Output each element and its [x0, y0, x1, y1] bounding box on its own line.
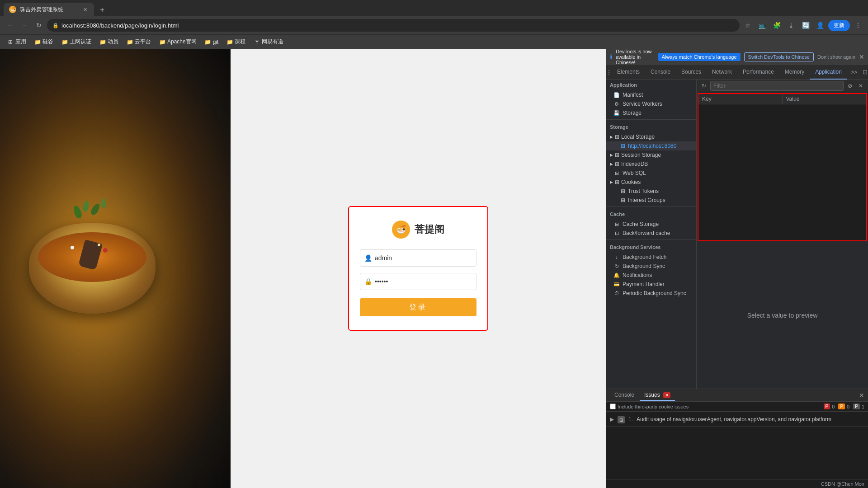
sidebar-periodic-background-sync[interactable]: ⏱ Periodic Background Sync: [606, 289, 696, 298]
new-tab-button[interactable]: +: [96, 4, 108, 16]
filter-bar: ↻ ⊘ ✕: [697, 80, 868, 92]
sidebar-local-storage-header[interactable]: ▶ ⊞ Local Storage: [606, 132, 696, 141]
match-language-button[interactable]: Always match Chrome's language: [658, 53, 741, 61]
sidebar-cache-storage[interactable]: ⊞ Cache Storage: [606, 220, 696, 229]
value-column-header: Value: [783, 94, 867, 104]
logo-icon: 🍜: [392, 221, 410, 239]
sidebar-storage[interactable]: 💾 Storage: [606, 108, 696, 117]
update-button[interactable]: 更新: [828, 20, 850, 31]
browser-tab[interactable]: 🍜 珠吉外卖管理系统 ✕: [4, 3, 94, 16]
bookmark-guigu[interactable]: 📁 硅谷: [31, 36, 57, 47]
sidebar-background-fetch[interactable]: ↓ Background Fetch: [606, 253, 696, 262]
folder-icon-3: 📁: [99, 39, 106, 45]
tab-memory[interactable]: Memory: [779, 65, 810, 80]
tab-close-button[interactable]: ✕: [81, 6, 89, 13]
address-bar[interactable]: 🔒 localhost:8080/backend/page/login/logi…: [47, 19, 740, 32]
bookmark-dongyuan[interactable]: 📁 动员: [96, 36, 122, 47]
bookmark-apache[interactable]: 📁 Apache官网: [156, 36, 200, 47]
third-party-cookie-checkbox-label[interactable]: Include third-party cookie issues: [610, 404, 689, 409]
bookmark-youdao[interactable]: Y 网易有道: [250, 36, 287, 47]
sidebar-toggle-button[interactable]: ⊡: [861, 68, 868, 77]
logo-text: 菩提阁: [415, 223, 444, 236]
devtools-panel: ℹ DevTools is now available in Chinese! …: [606, 49, 868, 488]
bottom-panel-close-button[interactable]: ✕: [859, 392, 864, 399]
notification-text: DevTools is now available in Chinese!: [616, 49, 655, 65]
password-input[interactable]: [360, 273, 476, 290]
bookmark-yunplatform[interactable]: 📁 云平台: [123, 36, 155, 47]
screen-cast-button[interactable]: 📺: [756, 19, 769, 32]
sidebar-back-forward-cache[interactable]: ⊡ Back/forward cache: [606, 229, 696, 238]
bookmark-button[interactable]: ☆: [741, 19, 754, 32]
bookmark-apps[interactable]: ⊞ 应用: [4, 36, 30, 47]
bottom-tab-issues[interactable]: Issues ✕: [640, 390, 675, 401]
sidebar-trust-tokens[interactable]: ⊞ Trust Tokens: [606, 187, 696, 196]
bottom-tab-console[interactable]: Console: [610, 390, 639, 401]
issues-list: ▶ ⊡ 1. Audit usage of navigator.userAgen…: [606, 412, 868, 479]
login-button[interactable]: 登录: [360, 298, 476, 316]
bookmark-course[interactable]: 📁 课程: [223, 36, 249, 47]
folder-icon: 📁: [34, 39, 41, 45]
sidebar-indexeddb-header[interactable]: ▶ ⊞ IndexedDB: [606, 160, 696, 169]
p0-badge: P: [824, 404, 830, 409]
tab-elements[interactable]: Elements: [612, 65, 645, 80]
extension-button[interactable]: 🧩: [770, 19, 783, 32]
sidebar-interest-groups[interactable]: ⊞ Interest Groups: [606, 196, 696, 205]
reload-button[interactable]: ↻: [33, 19, 45, 32]
download-button[interactable]: ⤓: [785, 19, 797, 32]
application-section-header: Application: [606, 80, 696, 90]
sidebar-background-sync[interactable]: ↻ Background Sync: [606, 262, 696, 271]
sidebar-cookies-header[interactable]: ▶ ⊞ Cookies: [606, 178, 696, 187]
url-display: localhost:8080/backend/page/login/login.…: [61, 22, 734, 29]
tab-network[interactable]: Network: [707, 65, 737, 80]
folder-icon-4: 📁: [127, 39, 133, 45]
sidebar-localhost-8080[interactable]: ⊞ http://localhost:8080: [606, 141, 696, 150]
back-button[interactable]: ←: [4, 19, 16, 32]
devtools-tabs: ⋮ Elements Console Sources Network Perfo…: [606, 65, 868, 80]
expand-arrow-indexeddb: ▶: [610, 162, 613, 166]
dont-show-again-button[interactable]: Don't show again: [817, 54, 855, 60]
devtools-sidebar: Application 📄 Manifest ⚙ Service Workers…: [606, 80, 697, 389]
tab-sources[interactable]: Sources: [676, 65, 707, 80]
notifications-icon: 🔔: [613, 272, 620, 278]
sidebar-payment-handler[interactable]: 💳 Payment Handler: [606, 280, 696, 289]
key-column-header: Key: [698, 94, 783, 104]
refresh-button[interactable]: ↻: [699, 81, 708, 90]
session-storage-icon: ⊞: [615, 152, 619, 158]
sidebar-notifications[interactable]: 🔔 Notifications: [606, 271, 696, 280]
sidebar-manifest[interactable]: 📄 Manifest: [606, 90, 696, 99]
issue-number: 1.: [628, 416, 633, 422]
login-logo-area: 🍜 菩提阁: [360, 221, 476, 239]
filter-clear-button[interactable]: ⊘: [845, 81, 854, 90]
folder-icon-2: 📁: [61, 39, 68, 45]
youdao-icon: Y: [254, 39, 260, 45]
storage-icon: 💾: [613, 110, 620, 116]
tab-favicon: 🍜: [9, 6, 16, 13]
devtools-notification-bar: ℹ DevTools is now available in Chinese! …: [606, 49, 868, 65]
menu-button[interactable]: ⋮: [852, 19, 864, 32]
devtools-menu-icon[interactable]: ⋮: [606, 67, 612, 78]
tab-application[interactable]: Application: [810, 65, 847, 80]
notification-close-button[interactable]: ✕: [859, 53, 864, 61]
forward-button[interactable]: →: [18, 19, 31, 32]
filter-input[interactable]: [710, 81, 844, 91]
expand-arrow-session: ▶: [610, 153, 613, 157]
storage-section-header: Storage: [606, 122, 696, 132]
sidebar-web-sql[interactable]: ⊞ Web SQL: [606, 169, 696, 178]
profile-button[interactable]: 👤: [814, 19, 826, 32]
tab-performance[interactable]: Performance: [737, 65, 779, 80]
switch-language-button[interactable]: Switch DevTools to Chinese: [744, 52, 814, 61]
third-party-cookie-checkbox[interactable]: [610, 404, 616, 409]
tab-console[interactable]: Console: [645, 65, 676, 80]
p1-badge: P: [838, 404, 845, 409]
sidebar-service-workers[interactable]: ⚙ Service Workers: [606, 99, 696, 108]
sidebar-session-storage-header[interactable]: ▶ ⊞ Session Storage: [606, 150, 696, 160]
username-input[interactable]: [360, 249, 476, 267]
bookmark-git[interactable]: 📁 git: [201, 37, 222, 47]
more-tabs-button[interactable]: >>: [847, 69, 861, 75]
filter-delete-button[interactable]: ✕: [856, 81, 865, 90]
info-icon: ℹ: [610, 53, 612, 61]
bottom-tab-bar: Console Issues ✕ ✕: [606, 389, 868, 402]
issue-row[interactable]: ▶ ⊡ 1. Audit usage of navigator.userAgen…: [606, 413, 868, 427]
sync-button[interactable]: 🔄: [799, 19, 812, 32]
bookmark-auth[interactable]: 📁 上网认证: [58, 36, 95, 47]
